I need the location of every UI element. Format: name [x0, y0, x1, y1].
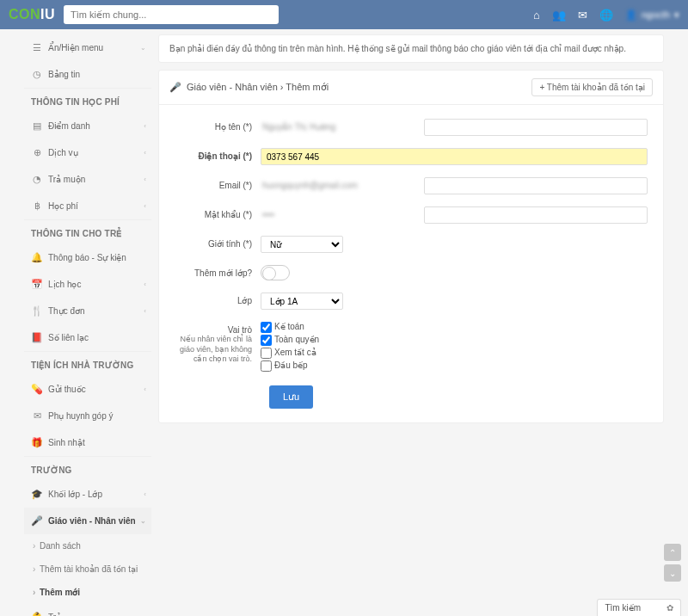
graduation-icon: 🎓 — [31, 489, 43, 500]
sidebar-sub-new[interactable]: Thêm mới — [24, 581, 151, 604]
panel-header: 🎤 Giáo viên - Nhân viên › Thêm mới + Thê… — [159, 71, 663, 105]
password-value: •••• — [261, 206, 415, 222]
sidebar-notifications[interactable]: 🔔Thông báo - Sự kiện — [24, 244, 151, 271]
sidebar-classes[interactable]: 🎓Khối lớp - Lớp‹ — [24, 481, 151, 508]
label-addclass: Thêm mới lớp? — [175, 265, 261, 278]
calendar-icon: 📅 — [31, 279, 43, 290]
mic-icon: 🎤 — [169, 82, 181, 93]
sidebar-teachers[interactable]: 🎤Giáo viên - Nhân viên⌄ — [24, 508, 151, 534]
label-phone: Điện thoại (*) — [175, 148, 261, 161]
check-accountant[interactable]: Kế toán — [261, 322, 319, 333]
global-search — [64, 5, 279, 24]
bell-icon: 🔔 — [31, 252, 43, 263]
chevron-down-icon: ⌄ — [140, 44, 146, 52]
add-existing-button[interactable]: + Thêm tài khoản đã tồn tại — [531, 78, 653, 96]
sidebar-services[interactable]: ⊕Dịch vụ‹ — [24, 139, 151, 166]
search-input[interactable] — [64, 5, 279, 24]
gauge-icon: ◷ — [31, 69, 43, 80]
home-icon[interactable]: ⌂ — [533, 9, 540, 22]
sidebar: ☰Ẩn/Hiện menu⌄ ◷Bảng tin THÔNG TIN HỌC P… — [24, 34, 151, 616]
sidebar-sub-list[interactable]: Danh sách — [24, 534, 151, 557]
topbar: CONIU ⌂ 👥 ✉ 🌐 👤 ngocth ▾ — [0, 0, 688, 29]
gift-icon: 🎁 — [31, 437, 43, 448]
sidebar-feedback[interactable]: ✉Phụ huynh góp ý — [24, 403, 151, 429]
scroll-up-button[interactable]: ⌃ — [664, 544, 681, 561]
top-icons: ⌂ 👥 ✉ 🌐 👤 ngocth ▾ — [533, 9, 679, 22]
label-gender: Giới tính (*) — [175, 236, 261, 249]
label-name: Họ tên (*) — [175, 119, 261, 132]
name-value: Nguyễn Thị Hường — [261, 119, 415, 134]
panel-title: Giáo viên - Nhân viên › Thêm mới — [187, 82, 329, 93]
sidebar-contacts[interactable]: 📕Số liên lạc — [24, 324, 151, 351]
logo[interactable]: CONIU — [9, 7, 55, 22]
email-value: huongquynh@gmail.com — [261, 177, 415, 193]
money-icon: ฿ — [31, 200, 43, 212]
sidebar-medicine[interactable]: 💊Gửi thuốc‹ — [24, 376, 151, 403]
globe-icon: ⊕ — [31, 147, 43, 158]
info-alert: Bạn phải điền đầy đủ thông tin trên màn … — [158, 34, 664, 63]
sidebar-toggle[interactable]: ☰Ẩn/Hiện menu⌄ — [24, 34, 151, 61]
check-viewall[interactable]: Xem tất cả — [261, 348, 319, 359]
name-input-secondary[interactable] — [424, 119, 648, 136]
form-panel: 🎤 Giáo viên - Nhân viên › Thêm mới + Thê… — [158, 70, 664, 423]
users-icon[interactable]: 👥 — [552, 9, 566, 22]
check-chef[interactable]: Đầu bếp — [261, 360, 319, 372]
sidebar-group-children: THÔNG TIN CHO TRẺ — [24, 220, 151, 244]
book-icon: 📕 — [31, 332, 43, 343]
sidebar-children[interactable]: 👶Trẻ‹ — [24, 604, 151, 616]
bottom-search-label: Tìm kiếm — [605, 603, 641, 613]
sidebar-group-school: TRƯỜNG — [24, 457, 151, 481]
cutlery-icon: 🍴 — [31, 305, 43, 317]
clock-icon: ◔ — [31, 174, 43, 185]
sidebar-birthday[interactable]: 🎁Sinh nhật — [24, 429, 151, 456]
chat-icon[interactable]: ✉ — [578, 9, 587, 22]
sidebar-tuition[interactable]: ฿Học phí‹ — [24, 193, 151, 219]
sidebar-menu[interactable]: 🍴Thực đơn‹ — [24, 298, 151, 324]
sidebar-attendance[interactable]: ▤Điểm danh‹ — [24, 113, 151, 139]
sidebar-group-utilities: TIỆN ÍCH NHÀ TRƯỜNG — [24, 352, 151, 376]
password-input-secondary[interactable] — [424, 206, 648, 224]
bottombar[interactable]: Tìm kiếm ✿ — [597, 599, 681, 616]
label-role: Vai trò Nếu nhân viên chỉ là giáo viên, … — [175, 322, 261, 365]
phone-input[interactable] — [261, 148, 648, 165]
role-checks: Kế toán Toàn quyền Xem tất cả Đầu bếp — [261, 322, 319, 373]
pill-icon: 💊 — [31, 384, 43, 395]
globe-icon[interactable]: 🌐 — [599, 9, 613, 22]
sidebar-sub-existing[interactable]: Thêm tài khoản đã tồn tại — [24, 557, 151, 581]
label-password: Mật khẩu (*) — [175, 206, 261, 219]
check-admin[interactable]: Toàn quyền — [261, 335, 319, 346]
addclass-toggle[interactable] — [261, 265, 290, 280]
child-icon: 👶 — [31, 612, 43, 616]
main-content: Bạn phải điền đầy đủ thông tin trên màn … — [158, 34, 664, 616]
gear-icon[interactable]: ✿ — [666, 603, 673, 613]
gender-select[interactable]: Nữ — [261, 236, 343, 253]
save-button[interactable]: Lưu — [269, 385, 313, 409]
list-icon: ▤ — [31, 120, 43, 132]
sidebar-schedule[interactable]: 📅Lịch học‹ — [24, 271, 151, 298]
mic-icon: 🎤 — [31, 515, 43, 527]
email-input-secondary[interactable] — [424, 177, 648, 194]
mail-icon: ✉ — [31, 410, 43, 422]
sidebar-late[interactable]: ◔Trả muộn‹ — [24, 166, 151, 193]
scroll-down-button[interactable]: ⌄ — [664, 564, 681, 582]
menu-icon: ☰ — [31, 42, 43, 53]
label-email: Email (*) — [175, 177, 261, 190]
chevron-down-icon: ⌄ — [140, 517, 146, 525]
user-menu[interactable]: 👤 ngocth ▾ — [625, 9, 679, 21]
scroll-buttons: ⌃ ⌄ — [664, 544, 681, 582]
sidebar-dashboard[interactable]: ◷Bảng tin — [24, 61, 151, 88]
sidebar-group-fees: THÔNG TIN HỌC PHÍ — [24, 89, 151, 113]
class-select[interactable]: Lớp 1A — [261, 293, 343, 310]
label-class: Lớp — [175, 293, 261, 305]
